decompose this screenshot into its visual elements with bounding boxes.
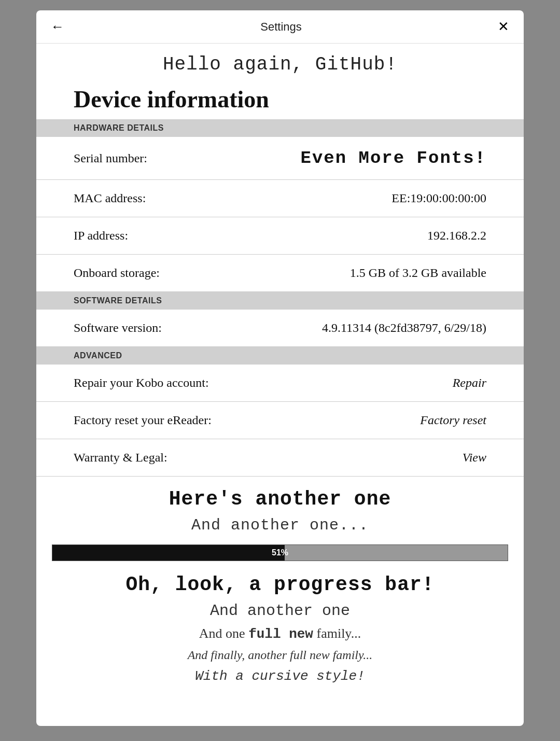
warranty-label: Warranty & Legal:	[74, 451, 167, 465]
font-demo-5-bold: full new	[248, 626, 313, 642]
storage-label: Onboard storage:	[74, 266, 160, 280]
font-demo-text-3: Oh, look, a progress bar!	[36, 568, 524, 599]
back-button[interactable]: ←	[51, 19, 64, 35]
serial-label: Serial number:	[74, 151, 147, 165]
mac-label: MAC address:	[74, 191, 146, 205]
font-demo-text-7: With a cursive style!	[36, 665, 524, 687]
factory-reset-label: Factory reset your eReader:	[74, 413, 212, 427]
font-demo-section: Here's another one And another one... 51…	[36, 477, 524, 703]
font-demo-text-6: And finally, another full new family...	[36, 645, 524, 665]
software-label: Software version:	[74, 321, 162, 335]
table-row: Onboard storage: 1.5 GB of 3.2 GB availa…	[36, 255, 524, 292]
font-demo-5-end: family...	[313, 626, 361, 641]
storage-value: 1.5 GB of 3.2 GB available	[350, 266, 486, 280]
repair-label: Repair your Kobo account:	[74, 376, 209, 390]
font-demo-text-4: And another one	[36, 599, 524, 623]
font-demo-text-2: And another one...	[36, 513, 524, 537]
table-row[interactable]: Warranty & Legal: View	[36, 439, 524, 477]
close-button[interactable]: ✕	[498, 19, 509, 35]
table-row: Serial number: Even More Fonts!	[36, 137, 524, 180]
table-row: IP address: 192.168.2.2	[36, 217, 524, 255]
table-row: MAC address: EE:19:00:00:00:00	[36, 180, 524, 217]
serial-value: Even More Fonts!	[301, 148, 486, 168]
repair-action[interactable]: Repair	[453, 376, 486, 390]
ip-label: IP address:	[74, 229, 128, 243]
progress-bar-container: 51%	[52, 544, 508, 561]
header-title: Settings	[260, 20, 302, 34]
table-row: Software version: 4.9.11314 (8c2fd38797,…	[36, 310, 524, 347]
progress-bar-label: 51%	[272, 548, 288, 557]
table-row[interactable]: Factory reset your eReader: Factory rese…	[36, 402, 524, 439]
font-demo-5-plain: And one	[199, 626, 248, 641]
font-demo-text-1: Here's another one	[36, 482, 524, 513]
settings-window: ← Settings ✕ Hello again, GitHub! Device…	[36, 10, 524, 726]
factory-reset-action[interactable]: Factory reset	[420, 413, 486, 427]
section-hardware: HARDWARE DETAILS	[36, 119, 524, 137]
greeting-text: Hello again, GitHub!	[36, 44, 524, 80]
software-value: 4.9.11314 (8c2fd38797, 6/29/18)	[322, 321, 486, 335]
ip-value: 192.168.2.2	[427, 229, 486, 243]
mac-value: EE:19:00:00:00:00	[391, 191, 486, 205]
warranty-action[interactable]: View	[463, 451, 486, 465]
section-advanced: ADVANCED	[36, 347, 524, 365]
section-software: SOFTWARE DETAILS	[36, 292, 524, 310]
font-demo-text-5: And one full new family...	[36, 623, 524, 645]
header: ← Settings ✕	[36, 10, 524, 44]
page-title: Device information	[36, 80, 524, 119]
progress-bar-fill	[52, 545, 285, 561]
table-row[interactable]: Repair your Kobo account: Repair	[36, 365, 524, 402]
